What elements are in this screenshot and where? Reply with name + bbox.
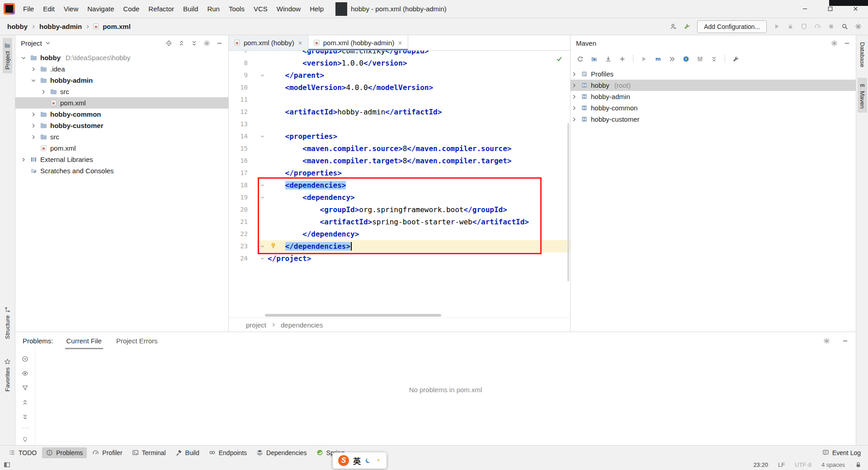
fold-marker-icon[interactable] xyxy=(257,130,268,142)
hide-panel-icon[interactable] xyxy=(842,337,849,344)
chevron-down-icon[interactable] xyxy=(20,55,27,61)
toolwindow-button-endpoints[interactable]: Endpoints xyxy=(205,447,251,458)
gear-icon[interactable] xyxy=(831,40,838,47)
status-encoding[interactable]: UTF-8 xyxy=(795,461,811,468)
funnel-icon[interactable] xyxy=(22,385,28,391)
chevron-right-icon[interactable] xyxy=(30,66,37,72)
editor-breadcrumb-dependencies[interactable]: dependencies xyxy=(281,321,323,329)
chevron-right-icon[interactable] xyxy=(30,123,37,129)
editor-vertical-scrollbar[interactable] xyxy=(567,123,569,281)
moon-icon[interactable] xyxy=(365,457,372,464)
collapse-all-icon[interactable] xyxy=(711,56,717,62)
expand-all-icon[interactable] xyxy=(22,399,28,406)
editor-horizontal-scrollbar[interactable] xyxy=(229,313,570,318)
menu-vcs[interactable]: VCS xyxy=(249,0,272,18)
code-line[interactable]: 21 <artifactId>spring-boot-starter-web</… xyxy=(229,216,570,228)
tree-item-hobby-admin[interactable]: hobby-admin xyxy=(15,75,228,86)
menu-window[interactable]: Window xyxy=(272,0,305,18)
tree-item-hobby-common[interactable]: hobby-common xyxy=(571,102,856,114)
toolwindow-switcher-icon[interactable] xyxy=(4,461,10,468)
fold-marker-icon[interactable] xyxy=(257,69,268,81)
toolwindow-button-dependencies[interactable]: Dependencies xyxy=(252,447,311,458)
event-log-button[interactable]: Event Log xyxy=(822,449,863,456)
tree-item-hobby-admin[interactable]: hobby-admin xyxy=(571,91,856,102)
chevron-right-icon[interactable] xyxy=(40,89,47,95)
m-goal-icon[interactable]: m xyxy=(655,56,661,62)
chevron-right-icon[interactable] xyxy=(571,105,578,111)
wrench-icon[interactable] xyxy=(684,23,690,30)
chevron-down-icon[interactable] xyxy=(45,40,51,46)
menu-build[interactable]: Build xyxy=(179,0,203,18)
toolwindow-button-problems[interactable]: Problems xyxy=(42,447,87,458)
tree-item-hobby-customer[interactable]: hobby-customer xyxy=(15,120,228,131)
play-icon[interactable] xyxy=(774,23,780,30)
code-line[interactable]: 9 </parent> xyxy=(229,69,570,81)
code-line[interactable]: 23 </dependencies> xyxy=(229,240,570,252)
plus-icon[interactable] xyxy=(619,56,626,62)
tree-item-hobby-customer[interactable]: hobby-customer xyxy=(571,114,856,125)
code-line[interactable]: 22 </dependency> xyxy=(229,228,570,240)
download-folder-icon[interactable] xyxy=(591,56,598,62)
menu-run[interactable]: Run xyxy=(203,0,224,18)
menu-code[interactable]: Code xyxy=(118,0,144,18)
eye-icon[interactable] xyxy=(22,370,28,377)
circle-dot-icon[interactable] xyxy=(22,356,28,362)
menu-refactor[interactable]: Refactor xyxy=(144,0,179,18)
menu-tools[interactable]: Tools xyxy=(224,0,249,18)
chevron-right-icon[interactable] xyxy=(571,116,578,123)
code-line[interactable]: 16 <maven.compiler.target>8</maven.compi… xyxy=(229,155,570,167)
status-indent[interactable]: 4 spaces xyxy=(821,461,845,468)
stripe-database-tab[interactable]: Database xyxy=(858,38,867,71)
target-icon[interactable] xyxy=(165,40,172,47)
code-line[interactable]: 7 <groupId>com.cnxiky</groupId> xyxy=(229,51,570,57)
code-line[interactable]: 12 <artifactId>hobby-admin</artifactId> xyxy=(229,106,570,118)
code-editor[interactable]: 7 <groupId>com.cnxiky</groupId>8 <versio… xyxy=(229,51,570,313)
skip-icon[interactable] xyxy=(669,56,675,62)
menu-file[interactable]: File xyxy=(19,0,38,18)
tree-item-pom-xml[interactable]: mpom.xml xyxy=(15,142,228,154)
play-icon[interactable] xyxy=(641,56,647,62)
chevron-right-icon[interactable] xyxy=(571,82,578,89)
tree-item-external-libraries[interactable]: External Libraries xyxy=(15,154,228,165)
tree-item-hobby[interactable]: hobbyD:\IdeaSpaces\hobby xyxy=(15,52,228,63)
code-line[interactable]: 14 <properties> xyxy=(229,130,570,142)
bulb-gray-icon[interactable] xyxy=(22,436,28,443)
toolwindow-button-build[interactable]: Build xyxy=(171,447,203,458)
code-line[interactable]: 8 <version>1.0.0</version> xyxy=(229,57,570,69)
chevron-right-icon[interactable] xyxy=(571,94,578,100)
breadcrumb-item-pom-xml[interactable]: pom.xml xyxy=(102,22,132,31)
collapse-all-icon[interactable] xyxy=(22,413,28,420)
tree-item-src[interactable]: src xyxy=(15,86,228,97)
stripe-favorites-tab[interactable]: Favorites xyxy=(3,354,12,395)
code-line[interactable]: 10 <modelVersion>4.0.0</modelVersion> xyxy=(229,81,570,94)
minimize-button[interactable] xyxy=(792,0,817,18)
toolwindow-button-terminal[interactable]: Terminal xyxy=(128,447,170,458)
chevron-right-icon[interactable] xyxy=(20,157,27,163)
fold-marker-icon[interactable] xyxy=(257,191,268,204)
intention-bulb-icon[interactable] xyxy=(270,242,277,249)
code-line[interactable]: 18 <dependencies> xyxy=(229,179,570,191)
stop-icon[interactable] xyxy=(828,23,835,30)
toolwindow-button-todo[interactable]: TODO xyxy=(5,447,41,458)
tree-item-profiles[interactable]: Profiles xyxy=(571,68,856,80)
expand-all-icon[interactable] xyxy=(178,40,185,47)
fold-marker-icon[interactable] xyxy=(257,240,268,252)
code-line[interactable]: 11 xyxy=(229,94,570,106)
editor-breadcrumb-project[interactable]: project xyxy=(246,321,266,329)
stripe-project-tab[interactable]: Project xyxy=(3,38,12,73)
gear-icon[interactable] xyxy=(823,337,830,344)
menu-edit[interactable]: Edit xyxy=(38,0,59,18)
breadcrumb-item-hobby[interactable]: hobby xyxy=(6,22,28,31)
editor-tab-pom-xml-hobby[interactable]: mpom.xml (hobby) xyxy=(229,35,308,50)
gear-icon[interactable] xyxy=(855,23,862,30)
gear-icon[interactable] xyxy=(203,40,210,47)
code-line[interactable]: 13 xyxy=(229,118,570,130)
tree-item-hobby[interactable]: hobby(root) xyxy=(571,80,856,91)
code-line[interactable]: 15 <maven.compiler.source>8</maven.compi… xyxy=(229,142,570,155)
lock-icon[interactable] xyxy=(855,461,862,468)
ime-language-indicator[interactable]: 英 xyxy=(353,455,361,466)
minus-icon[interactable] xyxy=(216,40,223,47)
tree-item-hobby-common[interactable]: hobby-common xyxy=(15,109,228,120)
menu-help[interactable]: Help xyxy=(305,0,328,18)
shield-icon[interactable] xyxy=(801,23,807,30)
